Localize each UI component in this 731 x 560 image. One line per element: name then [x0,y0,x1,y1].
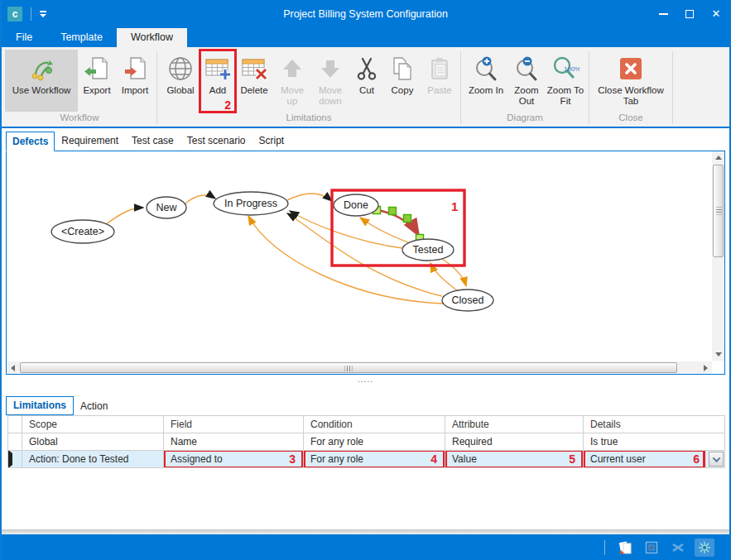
quick-access-dropdown-icon[interactable] [40,11,46,17]
tab-requirement[interactable]: Requirement [55,132,125,151]
table-row[interactable]: Global Name For any role Required Is tru… [8,433,725,451]
empty-area [6,468,725,529]
node-new[interactable]: New [147,197,186,218]
scissors-icon [353,53,380,84]
ribbon-separator [460,51,461,124]
details-cell[interactable]: Is true [584,433,725,451]
scroll-left-button[interactable] [7,361,19,374]
node-closed[interactable]: Closed [442,290,493,311]
button-label: Add [208,84,228,97]
column-header-attribute[interactable]: Attribute [445,416,584,433]
condition-cell[interactable]: For any role [304,433,445,451]
scope-cell[interactable]: Global [22,433,164,451]
ribbon-separator [156,51,157,124]
export-button[interactable]: Export [78,50,116,112]
button-label: Cut [358,84,376,97]
image-cross-icon[interactable] [668,538,688,557]
column-header-scope[interactable]: Scope [22,416,164,433]
button-label: Paste [426,84,453,97]
ribbon-group-workflow: Use Workflow Export Import [3,49,156,127]
snowflake-indicator-icon[interactable] [695,538,714,557]
tab-workflow[interactable]: Workflow [117,28,187,47]
use-workflow-button[interactable]: Use Workflow [5,50,78,112]
ribbon-separator [589,51,589,124]
condition-cell[interactable]: For any role 4 [304,451,445,468]
column-header-details[interactable]: Details [584,416,725,433]
close-button[interactable]: ✕ [703,0,729,27]
button-label: Move up [274,84,310,108]
field-cell[interactable]: Name [164,433,304,451]
move-down-button[interactable]: Move down [310,50,350,112]
edge-selection-handles[interactable] [373,207,424,242]
copied-pages-icon[interactable] [615,538,635,557]
node-done[interactable]: Done [334,194,378,216]
tab-test-case[interactable]: Test case [125,132,180,151]
panel-splitter[interactable]: ..... [6,375,725,385]
table-row-selected[interactable]: Action: Done to Tested Assigned to 3 For… [8,451,725,468]
attribute-cell[interactable]: Value 5 [445,451,584,468]
ribbon: Use Workflow Export Import [2,47,729,128]
minimize-button[interactable] [650,0,676,27]
import-button[interactable]: Import [116,50,154,112]
scope-cell[interactable]: Action: Done to Tested [22,451,164,468]
node-create[interactable]: <Create> [51,220,114,243]
field-cell[interactable]: Assigned to 3 [164,451,304,468]
vertical-scrollbar-thumb[interactable] [713,165,724,257]
paste-button[interactable]: Paste [421,50,458,112]
ribbon-group-close: Close Workflow Tab Close [590,49,671,127]
scroll-up-button[interactable] [712,151,724,164]
annotation-number-4: 4 [430,452,437,466]
row-selector-cell[interactable] [8,433,22,451]
global-button[interactable]: Global [160,50,201,112]
button-label: Zoom Out [508,84,545,108]
column-header-field[interactable]: Field [164,416,304,433]
details-cell[interactable]: Current user 6 [584,451,725,468]
group-label-close: Close [590,112,671,127]
svg-text:Done: Done [344,199,368,211]
tab-action[interactable]: Action [74,398,114,415]
zoom-in-button[interactable]: Zoom In [464,50,508,112]
attribute-cell[interactable]: Required [445,433,584,451]
tab-script[interactable]: Script [252,132,291,151]
node-in-progress[interactable]: In Progress [214,192,288,215]
diagram-canvas[interactable]: <Create> New In Progress Done [7,151,712,361]
add-button[interactable]: 2 Add [201,50,234,112]
close-workflow-tab-button[interactable]: Close Workflow Tab [592,50,670,112]
titlebar-divider [31,7,31,21]
vertical-scrollbar[interactable] [712,151,724,361]
titlebar: c Project Billing System Configuration ✕ [2,0,729,27]
tab-limitations[interactable]: Limitations [6,396,74,415]
export-icon [84,53,110,84]
button-label: Move down [310,84,350,108]
scroll-down-button[interactable] [712,348,724,361]
delete-button[interactable]: Delete [234,50,274,112]
zoom-to-fit-button[interactable]: 100% Zoom To Fit [545,50,586,112]
button-label: Zoom To Fit [545,84,586,108]
details-dropdown-button[interactable] [709,452,724,467]
app-logo-icon[interactable]: c [7,7,22,22]
maximize-button[interactable] [676,0,703,27]
document-tabbar: Defects Requirement Test case Test scena… [6,128,725,151]
button-label: Import [120,84,151,97]
svg-text:Tested: Tested [413,244,444,256]
tab-template[interactable]: Template [46,28,117,47]
column-header-condition[interactable]: Condition [304,416,445,433]
ribbon-group-limitations: Global 2 Add [158,49,459,127]
button-label: Delete [238,84,269,97]
horizontal-scrollbar[interactable] [7,361,712,374]
tab-defects[interactable]: Defects [6,132,55,151]
current-row-arrow-icon [8,451,12,468]
row-selector-cell[interactable] [8,451,22,468]
tab-file[interactable]: File [2,28,46,47]
copy-button[interactable]: Copy [383,50,421,112]
cut-button[interactable]: Cut [350,50,383,112]
zoom-out-button[interactable]: Zoom Out [508,50,545,112]
tab-test-scenario[interactable]: Test scenario [180,132,252,151]
scroll-right-button[interactable] [700,361,712,374]
node-tested[interactable]: Tested [402,239,454,261]
image-check-icon[interactable] [642,538,661,557]
horizontal-scrollbar-thumb[interactable] [20,362,677,373]
svg-text:In Progress: In Progress [224,198,277,209]
chevron-down-icon [712,454,720,462]
move-up-button[interactable]: Move up [274,50,310,112]
